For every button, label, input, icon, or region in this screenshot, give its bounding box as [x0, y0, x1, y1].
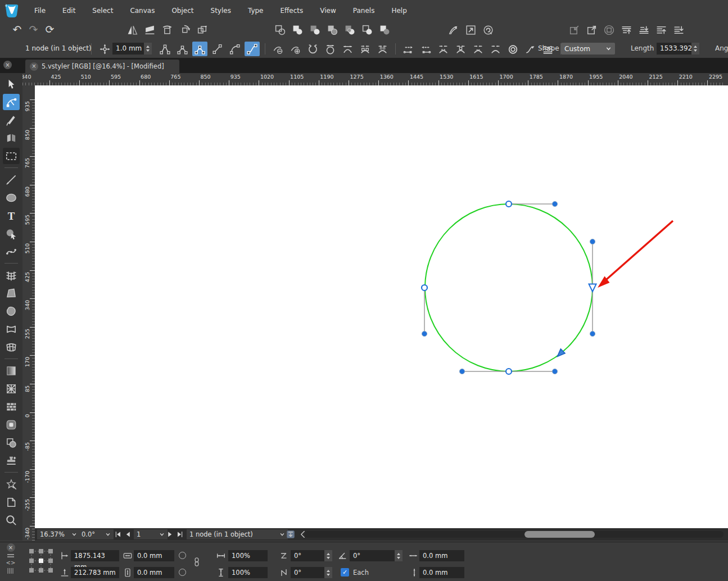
tool-stamp-tool[interactable] [3, 452, 20, 469]
menu-object[interactable]: Object [163, 4, 202, 17]
path-node[interactable] [506, 369, 512, 374]
bring-to-front-icon[interactable] [619, 22, 634, 37]
tool-pattern-fill[interactable] [3, 398, 20, 415]
menu-type[interactable]: Type [239, 4, 272, 17]
control-handle-point[interactable] [422, 331, 427, 336]
group-edit-icon[interactable] [602, 22, 617, 37]
flip-vertical-icon[interactable] [142, 22, 157, 37]
spiral-tool-icon[interactable] [481, 22, 496, 37]
menu-edit[interactable]: Edit [54, 4, 84, 17]
tool-shape-builder[interactable] [3, 434, 20, 451]
rotation-input[interactable]: 0° [350, 550, 395, 561]
skew-y-input[interactable]: 0° [291, 567, 324, 578]
menu-select[interactable]: Select [84, 4, 121, 17]
green-circle-path[interactable] [425, 204, 593, 371]
tool-marquee[interactable] [3, 148, 20, 164]
send-backward-icon[interactable] [671, 22, 686, 37]
arc-segment-icon[interactable] [227, 42, 242, 56]
tool-envelope[interactable] [3, 321, 20, 337]
document-tab[interactable]: × 5.vstyler [RGB] [@16.4%] - [Modified] [25, 60, 179, 73]
panel-code-icon[interactable]: <> [6, 560, 16, 566]
tool-ellipse-tool[interactable] [3, 189, 20, 206]
move-y-input[interactable]: 0.0 mm [419, 567, 464, 578]
anchor-point-selector[interactable] [27, 547, 55, 575]
union-icon[interactable] [290, 22, 305, 37]
rotate-copy-icon[interactable] [195, 22, 210, 37]
last-page-button[interactable] [175, 530, 184, 539]
selection-info-dropdown[interactable]: 1 node (in 1 object) [187, 529, 288, 539]
tool-star-editor[interactable] [3, 476, 20, 492]
menu-help[interactable]: Help [383, 4, 415, 17]
next-page-button[interactable] [165, 530, 174, 539]
tool-blob-brush[interactable] [3, 303, 20, 319]
width-input[interactable]: 0.0 mm [134, 550, 174, 561]
horizontal-scrollbar-thumb[interactable] [524, 531, 595, 538]
length-input[interactable]: 1533.392 r [657, 43, 691, 55]
rotation-spinner[interactable] [395, 550, 403, 561]
cusp-node-icon[interactable] [157, 42, 173, 56]
bounding-frame-icon[interactable] [463, 22, 478, 37]
move-x-input[interactable]: 0.0 mm [419, 550, 464, 561]
vertical-ruler[interactable]: 935850765680595510425340255170850-85-170… [22, 85, 35, 541]
tool-page-tool[interactable] [3, 494, 20, 510]
close-all-icon[interactable]: × [3, 61, 12, 69]
tool-zoom-tool[interactable] [3, 512, 20, 528]
export-panel-icon[interactable] [286, 529, 296, 539]
edit-outside-icon[interactable] [584, 22, 599, 37]
tool-frame-glow[interactable] [3, 416, 20, 433]
edit-inside-icon[interactable] [567, 22, 582, 37]
control-handle-point[interactable] [552, 369, 557, 374]
control-handle-point[interactable] [590, 239, 595, 244]
rotate-cw-icon[interactable] [177, 22, 192, 37]
stretch-arc-icon[interactable] [340, 42, 355, 56]
tool-mesh-warp[interactable] [3, 267, 20, 283]
flip-horizontal-icon[interactable] [125, 22, 140, 37]
reverse-path-icon[interactable] [523, 42, 538, 56]
path-node[interactable] [422, 285, 427, 290]
tool-freehand-line[interactable] [3, 171, 20, 188]
panel-close-icon[interactable]: × [7, 543, 15, 552]
previous-page-button[interactable] [124, 530, 133, 539]
canvas-area[interactable] [35, 85, 728, 528]
smooth-node-icon[interactable] [175, 42, 190, 56]
shape-dropdown[interactable]: Custom [561, 43, 615, 55]
merge-a-icon[interactable] [436, 42, 451, 56]
panel-bars-icon[interactable] [6, 568, 15, 574]
position-x-input[interactable]: 1875.143 mm [71, 550, 119, 561]
intersect-icon[interactable] [308, 22, 323, 37]
app-logo-icon[interactable] [3, 2, 20, 19]
redo-icon[interactable]: ↷ [26, 22, 40, 37]
control-handle-point[interactable] [552, 201, 557, 206]
tool-select[interactable] [3, 76, 20, 92]
skew-y-spinner[interactable] [324, 567, 332, 578]
selected-triangle-node[interactable] [589, 284, 596, 292]
each-checkbox[interactable]: ✓ [341, 568, 349, 577]
refresh-icon[interactable]: ⟳ [43, 22, 57, 37]
divide-icon[interactable] [342, 22, 358, 37]
first-page-button[interactable] [114, 530, 123, 539]
tool-mirror-pages[interactable] [3, 130, 20, 146]
link-chain-icon[interactable] [192, 557, 202, 567]
height-input[interactable]: 0.0 mm [134, 567, 174, 578]
merge-d-icon[interactable] [488, 42, 503, 56]
subtract-front-icon[interactable] [360, 22, 375, 37]
tool-mesh-fill[interactable] [3, 380, 20, 397]
tab-close-icon[interactable]: × [30, 62, 38, 71]
extend-right-icon[interactable] [401, 42, 416, 56]
extend-left-icon[interactable] [418, 42, 433, 56]
curve-segment-icon[interactable] [245, 42, 260, 56]
scale-x-input[interactable]: 100% [228, 550, 268, 561]
tool-perspective[interactable] [3, 285, 20, 301]
skew-x-spinner[interactable] [324, 550, 332, 561]
bend-curve-icon[interactable] [446, 22, 461, 37]
tool-smart-curve[interactable] [3, 243, 20, 260]
document-drawing[interactable] [35, 85, 728, 528]
height-lock-radio[interactable] [179, 569, 186, 576]
offset-spinner[interactable] [144, 43, 152, 55]
send-to-back-icon[interactable] [636, 22, 652, 37]
move-offset-icon[interactable] [98, 42, 112, 56]
tool-text-tool[interactable]: T [3, 207, 20, 224]
delete-node-icon[interactable] [270, 42, 286, 56]
horizontal-ruler[interactable]: 3404255105956807658509351020110511901275… [22, 73, 728, 86]
open-path-icon[interactable] [305, 42, 320, 56]
